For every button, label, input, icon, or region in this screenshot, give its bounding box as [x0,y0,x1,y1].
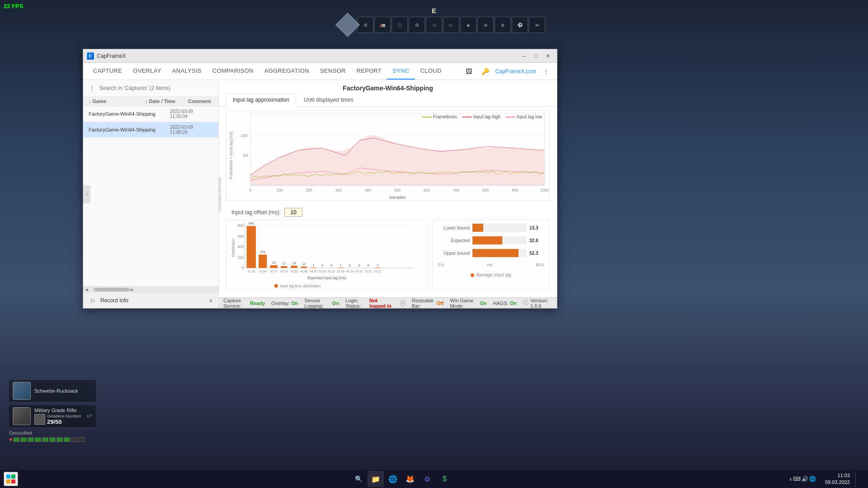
bar-10 [339,267,344,268]
scroll-left-btn[interactable]: ◀ [85,287,88,292]
record-info-collapse-icon[interactable]: ▷ [89,296,97,305]
capture-game-name-1: FactoryGame-Win64-Shipping [89,127,170,132]
minimize-button[interactable]: ─ [519,52,530,60]
fps-counter: 22 FPS [4,3,23,9]
health-seg-7 [57,437,63,442]
nav-overlay[interactable]: OVERLAY [127,63,167,80]
upper-bound-bar-container [472,249,527,257]
nav-analysis[interactable]: ANALYSIS [167,63,207,80]
taskbar-files[interactable]: 📁 [368,471,384,487]
resizable-bar-status: Resizable Bar: Off [412,298,444,309]
chart-tabs: Input lag approximation Until displayed … [219,94,557,107]
health-seg-3 [28,437,34,442]
taskbar-right: ∧ ⌨ 🔊 🌐 11:03 09.03.2022 [785,471,864,487]
scrollbar-thumb[interactable] [94,288,130,291]
svg-text:221: 221 [260,250,265,254]
svg-text:2: 2 [377,263,378,267]
taskbar-clock[interactable]: 11:03 09.03.2022 [821,472,854,486]
capture-item-0[interactable]: FactoryGame-Win64-Shipping 2022-03-09 11… [83,106,218,122]
rifle-icon [13,407,31,425]
nav-comparison[interactable]: COMPARISON [207,63,259,80]
tab-input-lag[interactable]: Input lag approximation [226,94,296,107]
svg-text:61.89: 61.89 [337,270,344,273]
capture-service-status: Capture Service: Ready [223,298,265,309]
maximize-button[interactable]: □ [531,52,542,60]
bounds-x-left: 0.0 [438,263,444,267]
taskbar-browser1[interactable]: 🌐 [385,471,401,487]
scroll-right-btn[interactable]: ▶ [131,287,134,292]
sidebar-menu-button[interactable]: ⋮ [87,83,98,94]
sort-down-icon-date: ↓ [145,99,148,104]
col-header-game[interactable]: ↓ Game [89,99,145,104]
horizontal-scrollbar[interactable]: ◀ ▶ [83,286,218,292]
bar-chart-left: 800 600 400 200 0 [226,220,428,290]
hud-icon-7: ◈ [460,17,476,33]
taskbar-app2[interactable]: ⚙ [419,471,435,487]
screenshot-button[interactable]: 🖼 [462,65,475,78]
hud-icon-10: ⚽ [512,17,528,33]
legend-lag-low: Input lag low [506,114,542,119]
main-content: ‹ ⋮ ↓ Game ↓ Date / Time Comment Fac [83,80,557,308]
start-button[interactable] [4,472,18,486]
sensor-logging-status: Sensor Logging: On [304,298,339,309]
hud-icon-2: 🚛 [374,17,391,33]
resizable-bar-value: Off [437,300,444,306]
tray-network[interactable]: 🌐 [809,476,816,482]
svg-text:40.74: 40.74 [280,270,288,273]
tab-displayed-times[interactable]: Until displayed times [297,94,360,106]
svg-text:0: 0 [358,264,360,267]
svg-text:43: 43 [272,261,276,265]
taskbar-search[interactable]: 🔍 [350,471,367,487]
svg-text:0: 0 [349,264,351,267]
nav-aggregation[interactable]: AGGREGATION [259,63,315,80]
col-header-date[interactable]: ↓ Date / Time [145,99,188,104]
health-seg-2 [20,437,27,442]
version-info: ⓘ Version: 1.6.6 [523,298,552,309]
overlay-status-value: On [291,300,298,306]
capture-date-0: 2022-03-09 11:02:04 [170,109,213,119]
svg-text:69.42: 69.42 [355,270,363,273]
info-icon: ⓘ [523,299,528,307]
health-seg-10 [78,437,85,442]
nav-capture[interactable]: CAPTURE [88,63,127,80]
nav-sensor[interactable]: SENSOR [315,63,351,80]
record-info-chevron-icon[interactable]: ∨ [209,297,213,304]
health-seg-9 [71,437,77,442]
tray-expand[interactable]: ∧ [789,477,792,482]
nav-sync[interactable]: SYNC [387,63,415,80]
nav-report[interactable]: REPORT [351,63,387,80]
bar-14 [375,267,380,268]
taskbar-app3[interactable]: $ [436,471,453,487]
nav-right: 🖼 🔑 CapFrameX.com ⋮ [462,63,552,80]
more-options-button[interactable]: ⋮ [540,65,552,78]
tray-volume[interactable]: 🔊 [802,476,808,482]
login-button[interactable]: 🔑 [479,65,491,78]
capture-item-1[interactable]: FactoryGame-Win64-Shipping 2022-03-09 11… [83,122,218,138]
sidebar-toggle[interactable]: ‹ [83,185,90,203]
svg-text:100: 100 [241,133,248,138]
svg-text:72.61: 72.61 [365,270,373,273]
svg-text:46.68: 46.68 [300,270,308,273]
lower-bound-bar [472,224,483,232]
taskbar-firefox[interactable]: 🦊 [402,471,418,487]
close-button[interactable]: ✕ [542,52,553,60]
sidebar-search-input[interactable] [99,85,215,91]
svg-text:800: 800 [238,224,244,228]
svg-text:43.53: 43.53 [290,270,298,273]
hud-icon-5: ◁ [426,17,442,33]
win-game-mode-value: On [480,300,486,306]
tray-keyboard[interactable]: ⌨ [793,476,801,482]
sensor-status-value: On [332,300,339,306]
svg-text:1000: 1000 [540,188,549,192]
show-desktop-button[interactable] [855,471,864,487]
capture-list: FactoryGame-Win64-Shipping 2022-03-09 11… [83,106,218,286]
app-icon: C [87,52,94,60]
nav-cloud[interactable]: CLOUD [415,63,447,80]
app-window: C CapFrameX ─ □ ✕ CAPTURE OVERLAY ANALYS… [83,49,557,309]
svg-text:17: 17 [282,262,286,266]
website-link[interactable]: CapFrameX.com [495,68,536,75]
bar-1 [247,226,256,268]
rifle-item: Military Grade Rifle Geladene Munition 2… [9,405,96,427]
offset-input[interactable] [284,208,302,217]
svg-text:Expected input lag (ms): Expected input lag (ms) [307,276,346,280]
